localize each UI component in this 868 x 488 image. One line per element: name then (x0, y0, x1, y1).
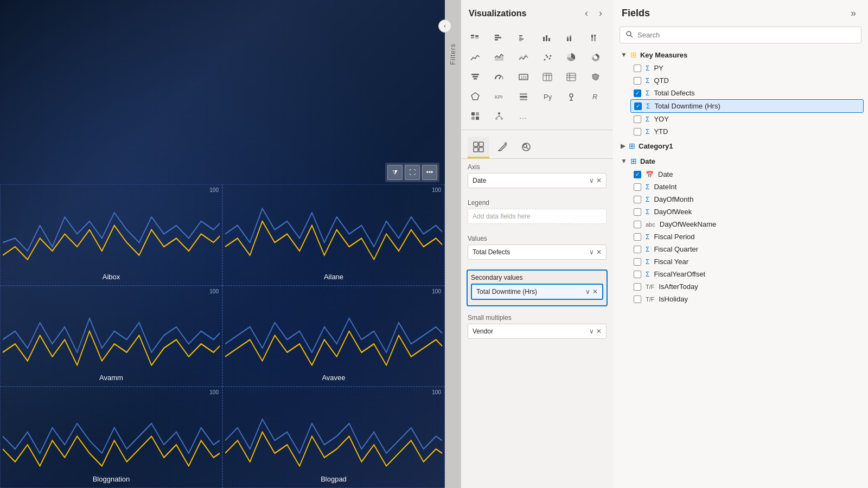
slicer-visual-icon[interactable] (514, 87, 533, 106)
python-visual-icon[interactable]: Py (538, 87, 557, 106)
r-visual-icon[interactable]: R (586, 87, 605, 106)
total-defects-checkbox[interactable]: ✓ (634, 89, 641, 97)
100-stacked-icon[interactable] (586, 29, 605, 47)
matrix-visual-icon[interactable] (561, 68, 581, 86)
mini-chart-ailane[interactable]: 100 Ailane (222, 184, 445, 286)
yoy-checkbox[interactable] (634, 115, 641, 123)
field-item-qtd[interactable]: Σ QTD (630, 74, 864, 87)
filter-toolbar-button[interactable]: ⧩ (387, 165, 403, 180)
scatter-chart-icon[interactable] (538, 48, 557, 67)
dayofweek-checkbox[interactable] (634, 208, 641, 216)
field-item-fiscal-year-offset[interactable]: Σ FiscalYearOffset (630, 268, 864, 280)
axis-field-remove-icon[interactable]: ✕ (596, 177, 602, 184)
azure-map-visual-icon[interactable] (561, 87, 581, 106)
values-remove-icon[interactable]: ✕ (596, 248, 602, 256)
line-scatter-icon[interactable] (514, 48, 533, 67)
viz-collapse-right-button[interactable]: › (596, 7, 605, 20)
build-visual-tab[interactable] (468, 137, 489, 158)
field-item-ytd[interactable]: Σ YTD (630, 125, 864, 138)
area-chart-icon[interactable] (489, 48, 509, 67)
field-item-fiscal-period[interactable]: Σ Fiscal Period (630, 230, 864, 243)
secondary-expand-icon[interactable]: ∨ (585, 288, 590, 296)
small-multiples-expand-icon[interactable]: ∨ (589, 328, 594, 335)
fields-search-container[interactable] (620, 27, 861, 43)
field-item-dayofweekname[interactable]: abc DayOfWeekName (630, 218, 864, 230)
values-field-pill[interactable]: Total Defects ∨ ✕ (468, 245, 607, 260)
filled-map-icon[interactable] (586, 68, 605, 86)
viz-collapse-left-button[interactable]: ‹ (582, 7, 591, 20)
stacked-column-icon[interactable] (561, 29, 581, 47)
is-after-today-checkbox[interactable] (634, 283, 641, 291)
left-collapse-button[interactable]: ‹ (438, 20, 451, 33)
table-visual-icon[interactable] (538, 68, 557, 86)
qtd-checkbox[interactable] (634, 77, 641, 85)
svg-rect-11 (543, 37, 545, 41)
custom-visual-icon[interactable] (465, 107, 485, 125)
values-expand-icon[interactable]: ∨ (589, 248, 594, 256)
secondary-remove-icon[interactable]: ✕ (592, 288, 598, 296)
date-collapse-icon: ▼ (621, 157, 627, 165)
field-item-dayofmonth[interactable]: Σ DayOfMonth (630, 193, 864, 206)
dateint-checkbox[interactable] (634, 183, 641, 191)
fiscal-period-checkbox[interactable] (634, 233, 641, 241)
fiscal-year-checkbox[interactable] (634, 258, 641, 266)
legend-placeholder[interactable]: Add data fields here (468, 209, 607, 224)
field-item-is-after-today[interactable]: T/F IsAfterToday (630, 280, 864, 293)
field-item-yoy[interactable]: Σ YOY (630, 113, 864, 125)
analytics-tab[interactable] (515, 137, 537, 158)
dayofweekname-checkbox[interactable] (634, 221, 641, 228)
mini-chart-blogpad[interactable]: 100 Blogpad (222, 387, 445, 488)
category1-header[interactable]: ▶ ⊞ Category1 (617, 139, 864, 153)
card-visual-icon[interactable]: 123 (514, 68, 533, 86)
mini-chart-avavee[interactable]: 100 Avavee (222, 286, 445, 387)
svg-point-60 (501, 118, 503, 120)
axis-field-pill[interactable]: Date ∨ ✕ (468, 173, 607, 188)
fiscal-year-offset-checkbox[interactable] (634, 271, 641, 278)
fields-collapse-button[interactable]: » (847, 7, 859, 20)
axis-field-expand-icon[interactable]: ∨ (589, 177, 594, 184)
pie-chart-icon[interactable] (561, 48, 581, 67)
column-chart-icon[interactable] (538, 29, 557, 47)
py-checkbox[interactable] (634, 65, 641, 72)
shape-map-icon[interactable] (465, 87, 485, 106)
dayofmonth-checkbox[interactable] (634, 196, 641, 203)
field-item-date[interactable]: ✓ 📅 Date (630, 168, 864, 181)
field-item-total-defects[interactable]: ✓ Σ Total Defects (630, 87, 864, 99)
key-measures-header[interactable]: ▼ ⊞ Key Measures (617, 48, 864, 62)
grouped-bar-icon[interactable] (514, 29, 533, 47)
format-visual-tab[interactable] (492, 137, 513, 158)
field-item-fiscal-quarter[interactable]: Σ Fiscal Quarter (630, 243, 864, 255)
date-checkbox[interactable]: ✓ (634, 171, 641, 178)
mini-chart-bloggnation[interactable]: 100 Bloggnation (0, 387, 222, 488)
focus-toolbar-button[interactable]: ⛶ (405, 165, 420, 180)
stacked-bar-chart-icon[interactable] (465, 29, 485, 47)
small-multiples-field-pill[interactable]: Vendor ∨ ✕ (468, 324, 607, 339)
secondary-values-field-pill[interactable]: Total Downtime (Hrs) ∨ ✕ (471, 284, 603, 300)
bar-chart-icon[interactable] (489, 29, 509, 47)
donut-chart-icon[interactable] (586, 48, 605, 67)
gauge-chart-icon[interactable] (489, 68, 509, 86)
ytd-checkbox[interactable] (634, 128, 641, 136)
line-chart-icon[interactable] (465, 48, 485, 67)
kpi-visual-icon[interactable]: KPI (489, 87, 509, 106)
field-item-dayofweek[interactable]: Σ DayOfWeek (630, 206, 864, 218)
more-toolbar-button[interactable]: ••• (422, 165, 437, 180)
total-downtime-label: Total Downtime (Hrs) (654, 102, 860, 110)
is-holiday-checkbox[interactable] (634, 296, 641, 303)
small-multiples-remove-icon[interactable]: ✕ (596, 328, 602, 335)
field-tree: ▼ ⊞ Key Measures Σ PY Σ QTD (613, 48, 868, 306)
mini-chart-avamm[interactable]: 100 Avamm (0, 286, 222, 387)
mini-chart-aibox[interactable]: 100 Aibox (0, 184, 222, 286)
more-visuals-button[interactable]: ... (514, 107, 533, 125)
field-item-total-downtime[interactable]: ✓ Σ Total Downtime (Hrs) (630, 99, 864, 113)
funnel-chart-icon[interactable] (465, 68, 485, 86)
field-item-dateint[interactable]: Σ DateInt (630, 181, 864, 193)
fiscal-quarter-checkbox[interactable] (634, 246, 641, 253)
field-item-py[interactable]: Σ PY (630, 62, 864, 74)
date-header[interactable]: ▼ ⊞ Date (617, 154, 864, 168)
search-input[interactable] (637, 31, 856, 39)
total-downtime-checkbox[interactable]: ✓ (634, 102, 642, 110)
decomp-tree-icon[interactable] (489, 107, 509, 125)
field-item-fiscal-year[interactable]: Σ Fiscal Year (630, 255, 864, 268)
field-item-is-holiday[interactable]: T/F IsHoliday (630, 293, 864, 305)
